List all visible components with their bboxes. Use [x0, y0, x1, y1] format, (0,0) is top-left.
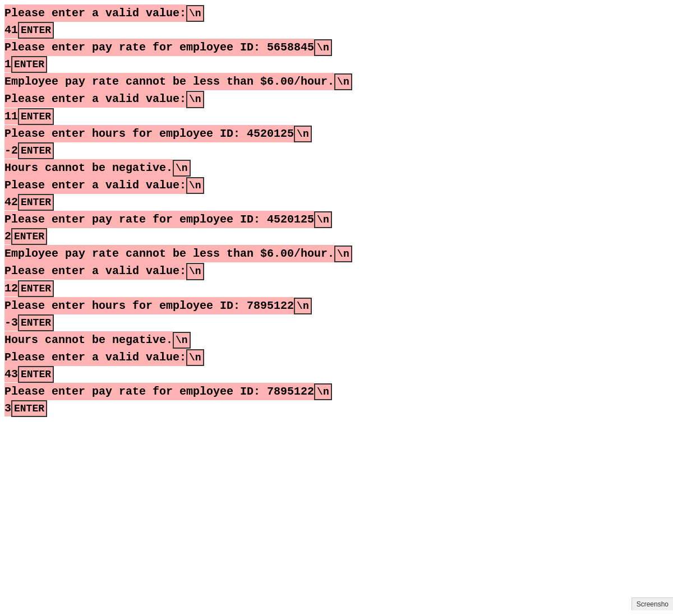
- output-text: Hours cannot be negative.: [4, 159, 173, 177]
- enter-token: ENTER: [18, 314, 54, 331]
- terminal-line: 41ENTER: [4, 22, 669, 39]
- terminal-line: 42ENTER: [4, 194, 669, 211]
- input-value: 1: [4, 56, 11, 72]
- newline-token: \n: [173, 160, 191, 177]
- terminal-line: 43ENTER: [4, 366, 669, 383]
- input-value: 3: [4, 400, 11, 416]
- terminal-line: Please enter a valid value:\n: [4, 262, 669, 280]
- input-value: -3: [4, 314, 18, 331]
- newline-token: \n: [294, 126, 312, 142]
- output-text: Please enter hours for employee ID: 7895…: [4, 297, 294, 314]
- terminal-line: -3ENTER: [4, 314, 669, 331]
- output-text: Please enter a valid value:: [4, 4, 186, 22]
- output-text: Hours cannot be negative.: [4, 331, 173, 349]
- newline-token: \n: [314, 383, 332, 400]
- terminal-line: Please enter hours for employee ID: 4520…: [4, 125, 669, 142]
- output-text: Please enter a valid value:: [4, 90, 186, 108]
- output-text: Employee pay rate cannot be less than $6…: [4, 245, 334, 262]
- output-text: Please enter hours for employee ID: 4520…: [4, 125, 294, 142]
- input-value: 42: [4, 194, 18, 210]
- input-value: -2: [4, 142, 18, 159]
- terminal-line: Please enter a valid value:\n: [4, 90, 669, 108]
- terminal-line: Hours cannot be negative.\n: [4, 331, 669, 349]
- terminal-line: Employee pay rate cannot be less than $6…: [4, 73, 669, 90]
- input-value: 41: [4, 22, 18, 38]
- terminal-line: 1ENTER: [4, 56, 669, 73]
- input-value: 12: [4, 280, 18, 297]
- newline-token: \n: [186, 177, 204, 194]
- terminal-line: Hours cannot be negative.\n: [4, 159, 669, 177]
- terminal-line: Please enter pay rate for employee ID: 5…: [4, 39, 669, 56]
- output-text: Please enter a valid value:: [4, 177, 186, 194]
- terminal-line: Please enter hours for employee ID: 7895…: [4, 297, 669, 314]
- enter-token: ENTER: [18, 22, 54, 39]
- newline-token: \n: [186, 263, 204, 280]
- newline-token: \n: [186, 5, 204, 22]
- enter-token: ENTER: [18, 366, 54, 383]
- input-value: 43: [4, 366, 18, 382]
- output-text: Employee pay rate cannot be less than $6…: [4, 73, 334, 90]
- terminal-line: 2ENTER: [4, 228, 669, 245]
- newline-token: \n: [186, 349, 204, 366]
- enter-token: ENTER: [11, 228, 47, 245]
- enter-token: ENTER: [18, 108, 54, 125]
- newline-token: \n: [294, 298, 312, 314]
- terminal-line: Please enter pay rate for employee ID: 4…: [4, 211, 669, 228]
- screenshot-badge: Screensho: [631, 598, 673, 610]
- newline-token: \n: [314, 211, 332, 228]
- newline-token: \n: [186, 91, 204, 108]
- output-text: Please enter a valid value:: [4, 349, 186, 366]
- terminal-line: Please enter a valid value:\n: [4, 4, 669, 22]
- enter-token: ENTER: [11, 56, 47, 73]
- output-text: Please enter pay rate for employee ID: 5…: [4, 39, 314, 56]
- input-value: 2: [4, 228, 11, 244]
- enter-token: ENTER: [18, 194, 54, 211]
- terminal-line: 11ENTER: [4, 108, 669, 125]
- newline-token: \n: [314, 39, 332, 56]
- enter-token: ENTER: [18, 142, 54, 159]
- terminal-line: Employee pay rate cannot be less than $6…: [4, 245, 669, 262]
- terminal-output: Please enter a valid value:\n41ENTERPlea…: [4, 4, 669, 417]
- terminal-line: Please enter a valid value:\n: [4, 349, 669, 366]
- terminal-line: Please enter pay rate for employee ID: 7…: [4, 383, 669, 400]
- newline-token: \n: [334, 246, 352, 262]
- enter-token: ENTER: [11, 400, 47, 417]
- newline-token: \n: [173, 332, 191, 349]
- output-text: Please enter pay rate for employee ID: 7…: [4, 383, 314, 400]
- output-text: Please enter pay rate for employee ID: 4…: [4, 211, 314, 228]
- newline-token: \n: [334, 73, 352, 90]
- terminal-line: 3ENTER: [4, 400, 669, 417]
- terminal-line: -2ENTER: [4, 142, 669, 159]
- terminal-line: Please enter a valid value:\n: [4, 177, 669, 194]
- input-value: 11: [4, 108, 18, 124]
- terminal-line: 12ENTER: [4, 280, 669, 297]
- output-text: Please enter a valid value:: [4, 262, 186, 280]
- enter-token: ENTER: [18, 280, 54, 297]
